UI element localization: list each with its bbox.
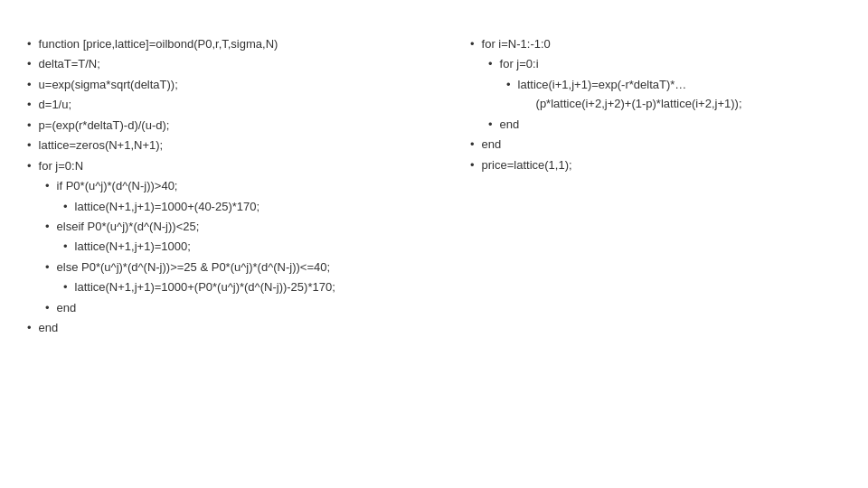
list-item: end — [470, 115, 841, 134]
list-item: end — [27, 318, 443, 337]
app: function [price,lattice]=oilbond(P0,r,T,… — [0, 0, 868, 488]
list-item: lattice=zeros(N+1,N+1); — [27, 136, 443, 155]
list-item: deltaT=T/N; — [27, 54, 443, 73]
content-area: function [price,lattice]=oilbond(P0,r,T,… — [27, 34, 841, 339]
list-item: function [price,lattice]=oilbond(P0,r,T,… — [27, 34, 443, 53]
right-column: for i=N-1:-1:0for j=0:ilattice(i+1,j+1)=… — [461, 34, 841, 339]
list-item: end — [27, 298, 443, 317]
list-item: else P0*(u^j)*(d^(N-j))>=25 & P0*(u^j)*(… — [27, 258, 443, 277]
list-item: end — [470, 135, 841, 154]
list-item: lattice(i+1,j+1)=exp(-r*deltaT)*…(p*latt… — [470, 75, 841, 114]
list-item: for i=N-1:-1:0 — [470, 34, 841, 53]
list-item: lattice(N+1,j+1)=1000+(P0*(u^j)*(d^(N-j)… — [27, 277, 443, 296]
left-bullet-list: function [price,lattice]=oilbond(P0,r,T,… — [27, 34, 443, 338]
list-item: u=exp(sigma*sqrt(deltaT)); — [27, 75, 443, 94]
list-item: d=1/u; — [27, 95, 443, 114]
list-item: p=(exp(r*deltaT)-d)/(u-d); — [27, 116, 443, 135]
list-item: if P0*(u^j)*(d^(N-j))>40; — [27, 176, 443, 195]
list-item: elseif P0*(u^j)*(d^(N-j))<25; — [27, 217, 443, 236]
list-item: for j=0:N — [27, 156, 443, 175]
list-item: lattice(N+1,j+1)=1000; — [27, 237, 443, 256]
left-column: function [price,lattice]=oilbond(P0,r,T,… — [27, 34, 461, 339]
right-bullet-list: for i=N-1:-1:0for j=0:ilattice(i+1,j+1)=… — [470, 34, 841, 174]
list-item: price=lattice(1,1); — [470, 155, 841, 174]
list-item: for j=0:i — [470, 54, 841, 73]
list-item: lattice(N+1,j+1)=1000+(40-25)*170; — [27, 197, 443, 216]
